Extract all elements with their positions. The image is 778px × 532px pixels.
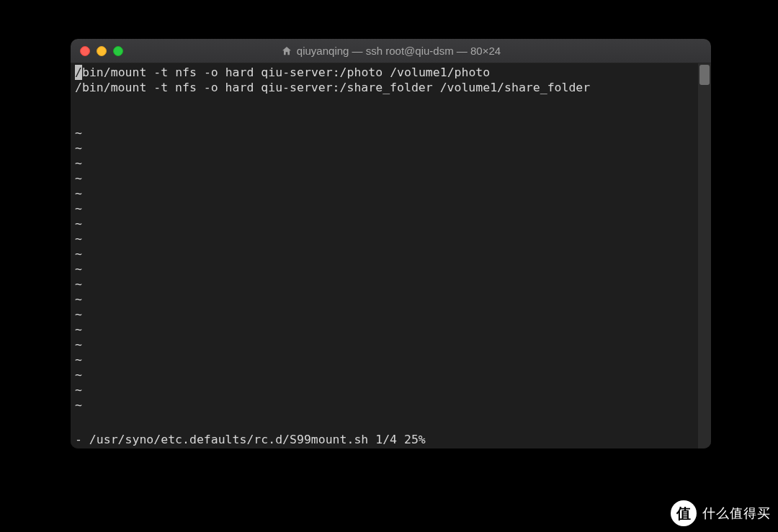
empty-line-marker: ~	[75, 125, 694, 140]
empty-line-marker: ~	[75, 186, 694, 201]
watermark-badge: 值	[671, 500, 697, 526]
empty-line-marker: ~	[75, 216, 694, 231]
home-icon	[281, 45, 292, 57]
empty-line-marker: ~	[75, 352, 694, 367]
empty-line-marker: ~	[75, 337, 694, 352]
empty-line-marker: ~	[75, 292, 694, 307]
cursor: /	[75, 65, 82, 80]
terminal-content[interactable]: /bin/mount -t nfs -o hard qiu-server:/ph…	[71, 63, 698, 448]
empty-line-marker: ~	[75, 276, 694, 292]
empty-line-marker: ~	[75, 155, 694, 171]
terminal-window: qiuyanqing — ssh root@qiu-dsm — 80×24 /b…	[71, 39, 711, 448]
empty-line-marker: ~	[75, 231, 694, 246]
scrollbar[interactable]	[698, 63, 711, 448]
maximize-button[interactable]	[113, 46, 123, 56]
line-text: /bin/mount -t nfs -o hard qiu-server:/sh…	[75, 81, 590, 94]
empty-line-marker: ~	[75, 307, 694, 322]
terminal-body: /bin/mount -t nfs -o hard qiu-server:/ph…	[71, 63, 711, 448]
empty-line-marker: ~	[75, 322, 694, 337]
empty-line-marker: ~	[75, 246, 694, 261]
close-button[interactable]	[80, 46, 90, 56]
watermark-text: 什么值得买	[702, 505, 771, 522]
watermark: 值 什么值得买	[671, 500, 771, 526]
empty-line-marker: ~	[75, 171, 694, 186]
empty-line-marker: ~	[75, 140, 694, 155]
minimize-button[interactable]	[97, 46, 107, 56]
empty-line-marker: ~	[75, 367, 694, 382]
line-text: bin/mount -t nfs -o hard qiu-server:/pho…	[82, 66, 490, 79]
empty-line-marker: ~	[75, 261, 694, 276]
empty-line-marker: ~	[75, 397, 694, 412]
text-line: /bin/mount -t nfs -o hard qiu-server:/ph…	[75, 65, 694, 80]
titlebar[interactable]: qiuyanqing — ssh root@qiu-dsm — 80×24	[71, 39, 711, 63]
status-line: - /usr/syno/etc.defaults/rc.d/S99mount.s…	[75, 432, 694, 447]
window-title: qiuyanqing — ssh root@qiu-dsm — 80×24	[71, 45, 711, 57]
window-title-text: qiuyanqing — ssh root@qiu-dsm — 80×24	[297, 45, 501, 57]
text-line: /bin/mount -t nfs -o hard qiu-server:/sh…	[75, 80, 694, 95]
blank-line	[75, 110, 694, 125]
blank-line	[75, 95, 694, 110]
empty-line-marker: ~	[75, 382, 694, 397]
empty-line-marker: ~	[75, 201, 694, 216]
traffic-lights	[80, 46, 123, 56]
scrollbar-thumb[interactable]	[699, 65, 710, 85]
